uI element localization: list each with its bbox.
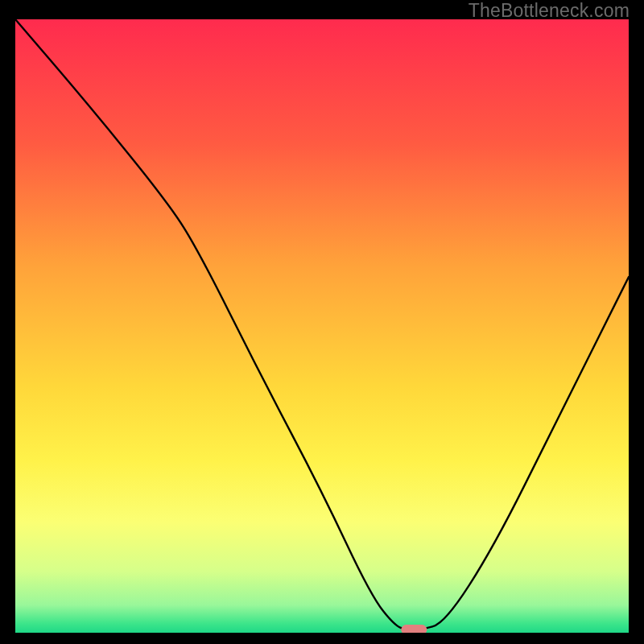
bottleneck-chart: TheBottleneck.com <box>0 0 644 644</box>
gradient-bg <box>15 19 629 633</box>
plot-area <box>15 19 629 633</box>
optimal-marker <box>401 625 427 633</box>
watermark-text: TheBottleneck.com <box>469 0 630 22</box>
plot-svg <box>15 19 629 633</box>
